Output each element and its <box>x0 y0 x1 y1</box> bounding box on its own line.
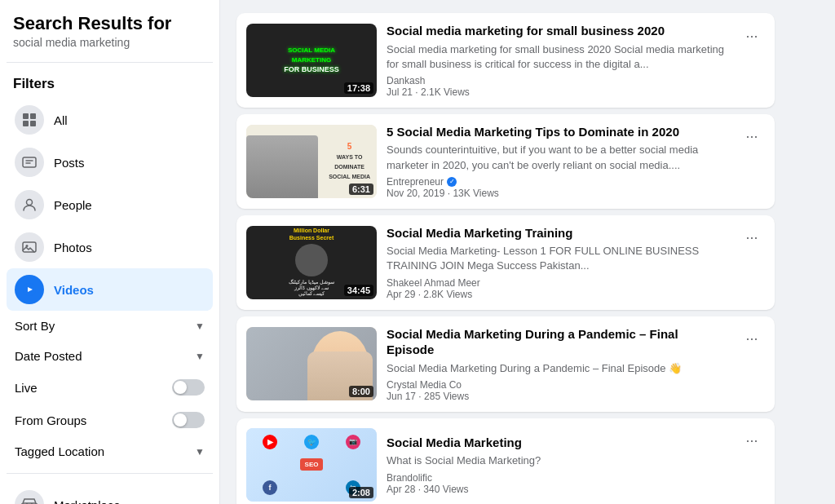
video-info: 5 Social Media Marketing Tips to Dominat… <box>387 124 729 199</box>
video-stats: Nov 20, 2019 · 13K Views <box>387 188 729 199</box>
video-meta: Shakeel Ahmad Meer <box>387 277 729 289</box>
filter-live-label: Live <box>15 381 38 395</box>
svg-rect-2 <box>23 121 29 126</box>
more-options-button[interactable]: ··· <box>739 225 765 251</box>
video-info: Social Media Marketing During a Pandemic… <box>387 326 729 402</box>
video-date-views: Apr 29 · 2.8K Views <box>387 289 472 300</box>
sidebar-item-photos[interactable]: Photos <box>7 226 213 268</box>
video-description: Sounds counterintuitive, but if you want… <box>387 143 729 172</box>
sidebar-item-photos-label: Photos <box>54 241 92 254</box>
video-meta: Dankash <box>387 75 729 86</box>
video-duration: 8:00 <box>349 386 373 397</box>
svg-rect-6 <box>23 242 36 252</box>
from-groups-toggle[interactable] <box>172 412 205 428</box>
people-icon <box>15 190 44 219</box>
video-stats: Apr 28 · 340 Views <box>387 484 729 495</box>
live-toggle[interactable] <box>172 379 205 396</box>
video-card[interactable]: 5WAYS TODOMINATESOCIAL MEDIA 6:31 5 Soci… <box>236 114 775 209</box>
video-stats: Jun 17 · 285 Views <box>387 391 729 402</box>
more-options-button[interactable]: ··· <box>739 326 765 352</box>
photos-icon <box>15 232 44 262</box>
results-list: SOCIAL MEDIAMARKETINGFOR BUSINESS 17:38 … <box>236 13 775 504</box>
svg-rect-1 <box>30 113 36 119</box>
video-author: Entrepreneur <box>387 176 444 188</box>
video-thumbnail: 5WAYS TODOMINATESOCIAL MEDIA 6:31 <box>246 125 377 198</box>
video-thumbnail: 8:00 <box>246 327 377 400</box>
video-meta: Crystal Media Co <box>387 379 729 391</box>
chevron-down-icon: ▼ <box>195 321 205 332</box>
sidebar-item-all-label: All <box>54 113 68 127</box>
more-options-button[interactable]: ··· <box>739 23 765 49</box>
video-author: Crystal Media Co <box>387 379 462 391</box>
video-info: Social Media Marketing What is Social Me… <box>387 435 729 495</box>
video-card[interactable]: SOCIAL MEDIAMARKETINGFOR BUSINESS 17:38 … <box>236 13 775 108</box>
video-date-views: Jul 21 · 2.1K Views <box>387 86 470 98</box>
sidebar-item-people[interactable]: People <box>7 183 213 226</box>
verified-badge: ✓ <box>447 177 457 187</box>
posts-icon <box>15 148 44 177</box>
video-meta: Brandolific <box>387 472 729 484</box>
videos-icon <box>15 275 44 304</box>
svg-rect-4 <box>23 157 36 167</box>
video-description: Social Media Marketing During a Pandemic… <box>387 361 729 376</box>
filter-tagged-location-label: Tagged Location <box>15 444 104 458</box>
sidebar-item-marketplace[interactable]: Marketplace <box>7 484 213 504</box>
svg-rect-3 <box>30 121 36 126</box>
video-thumbnail: ▶ 📷 🐦 f in SEO 2:08 <box>246 428 377 502</box>
search-title: Search Results for <box>7 13 213 34</box>
filter-sort-by[interactable]: Sort By ▼ <box>7 311 213 341</box>
main-content: SOCIAL MEDIAMARKETINGFOR BUSINESS 17:38 … <box>220 0 835 504</box>
chevron-down-icon: ▼ <box>195 351 205 362</box>
video-description: Social media marketing for small busines… <box>387 42 729 72</box>
all-icon <box>15 105 44 135</box>
video-author: Dankash <box>387 75 425 86</box>
video-author: Brandolific <box>387 472 432 484</box>
video-description: What is Social Media Marketing? <box>387 453 729 468</box>
video-description: Social Media Marketing- Lesson 1 FOR FUL… <box>387 244 729 273</box>
search-subtitle: social media marketing <box>7 34 213 59</box>
video-title: Social Media Marketing Training <box>387 225 729 241</box>
filter-date-posted[interactable]: Date Posted ▼ <box>7 341 213 371</box>
video-author: Shakeel Ahmad Meer <box>387 277 480 289</box>
more-options-button[interactable]: ··· <box>739 124 765 150</box>
sidebar-item-all[interactable]: All <box>7 99 213 141</box>
video-title: 5 Social Media Marketing Tips to Dominat… <box>387 124 729 140</box>
sidebar-item-videos-label: Videos <box>54 283 94 297</box>
chevron-down-icon: ▼ <box>195 446 205 458</box>
video-stats: Apr 29 · 2.8K Views <box>387 289 729 300</box>
video-card[interactable]: Million Dollar Business Secret سوشل میڈی… <box>236 215 775 310</box>
video-title: Social Media Marketing During a Pandemic… <box>387 326 729 358</box>
video-date-views: Jun 17 · 285 Views <box>387 391 469 402</box>
svg-rect-0 <box>23 113 29 119</box>
filters-label: Filters <box>7 73 213 99</box>
video-stats: Jul 21 · 2.1K Views <box>387 86 729 98</box>
filter-live[interactable]: Live <box>7 371 213 404</box>
filter-tagged-location[interactable]: Tagged Location ▼ <box>7 436 213 466</box>
video-title: Social media marketing for small busines… <box>387 23 729 39</box>
sidebar-item-people-label: People <box>54 198 92 212</box>
video-thumbnail: Million Dollar Business Secret سوشل میڈی… <box>246 226 377 299</box>
video-date-views: Nov 20, 2019 · 13K Views <box>387 188 499 199</box>
video-info: Social media marketing for small busines… <box>387 23 729 98</box>
filter-from-groups-label: From Groups <box>15 413 86 427</box>
more-options-button[interactable]: ··· <box>739 428 765 454</box>
filter-sort-by-label: Sort By <box>15 319 55 333</box>
video-meta: Entrepreneur ✓ <box>387 176 729 188</box>
video-date-views: Apr 28 · 340 Views <box>387 484 469 495</box>
video-card[interactable]: 8:00 Social Media Marketing During a Pan… <box>236 316 775 412</box>
filter-from-groups[interactable]: From Groups <box>7 404 213 436</box>
video-title: Social Media Marketing <box>387 435 729 451</box>
sidebar-item-posts-label: Posts <box>54 156 85 170</box>
video-duration: 6:31 <box>349 183 373 195</box>
video-duration: 2:08 <box>349 487 373 498</box>
marketplace-icon <box>15 490 44 504</box>
sidebar-item-videos[interactable]: Videos <box>7 268 213 311</box>
svg-point-5 <box>27 200 33 206</box>
sidebar: Search Results for social media marketin… <box>0 0 220 504</box>
filter-date-posted-label: Date Posted <box>15 349 82 363</box>
video-card[interactable]: ▶ 📷 🐦 f in SEO 2:08 Social Media Marketi… <box>236 418 775 504</box>
video-duration: 17:38 <box>344 82 373 94</box>
sidebar-item-marketplace-label: Marketplace <box>54 498 121 504</box>
sidebar-item-posts[interactable]: Posts <box>7 141 213 183</box>
video-thumbnail: SOCIAL MEDIAMARKETINGFOR BUSINESS 17:38 <box>246 24 377 97</box>
